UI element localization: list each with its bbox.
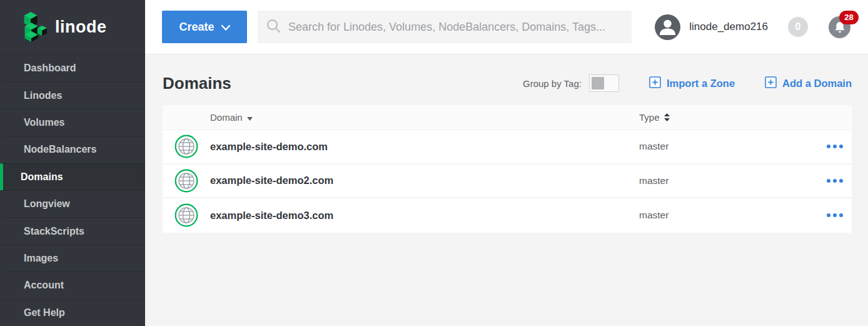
sidebar-item-label: Longview bbox=[24, 198, 70, 210]
table-header-row: Domain Type bbox=[163, 105, 852, 130]
search-bar[interactable] bbox=[258, 11, 632, 43]
row-actions-menu-button[interactable] bbox=[814, 213, 852, 217]
create-button[interactable]: Create bbox=[162, 11, 247, 43]
sidebar-item[interactable]: Get Help bbox=[0, 299, 145, 326]
main-column: Create linode_demo216 0 bbox=[145, 0, 868, 326]
sidebar-nav: Dashboard Linodes Volumes NodeBalancers … bbox=[0, 54, 145, 326]
sidebar-item[interactable]: StackScripts bbox=[0, 217, 145, 244]
sidebar-item-label: Linodes bbox=[24, 90, 62, 101]
sidebar-item-label: Domains bbox=[21, 171, 63, 183]
sidebar-item-label: Images bbox=[24, 253, 58, 264]
sidebar: linode Dashboard Linodes Volumes NodeBal… bbox=[0, 0, 145, 326]
domain-type: master bbox=[639, 141, 814, 152]
group-by-tag-label: Group by Tag: bbox=[523, 78, 582, 89]
chevron-down-icon bbox=[221, 21, 230, 34]
toggle-knob bbox=[592, 77, 604, 89]
sidebar-item[interactable]: Volumes bbox=[0, 109, 145, 136]
globe-icon bbox=[163, 135, 210, 158]
globe-icon bbox=[163, 169, 210, 193]
linode-cube-icon bbox=[19, 11, 48, 44]
sidebar-item-label: Dashboard bbox=[24, 63, 76, 74]
top-bar: Create linode_demo216 0 bbox=[145, 0, 868, 54]
domain-type: master bbox=[639, 210, 814, 221]
plus-square-icon bbox=[765, 76, 777, 91]
notification-count-badge: 28 bbox=[839, 11, 859, 24]
sidebar-item-label: StackScripts bbox=[24, 226, 84, 237]
sidebar-item[interactable]: NodeBalancers bbox=[0, 136, 145, 163]
page-header: Domains Group by Tag: Import a Zone bbox=[163, 69, 852, 97]
import-zone-link[interactable]: Import a Zone bbox=[649, 76, 735, 91]
sidebar-item[interactable]: Longview bbox=[0, 190, 145, 217]
linode-logo-text: linode bbox=[55, 18, 107, 37]
import-zone-label: Import a Zone bbox=[667, 78, 735, 89]
linode-logo[interactable]: linode bbox=[0, 0, 145, 54]
sidebar-item[interactable]: Linodes bbox=[0, 81, 145, 108]
user-icon bbox=[655, 14, 680, 40]
page-title: Domains bbox=[163, 74, 231, 93]
username[interactable]: linode_demo216 bbox=[689, 21, 768, 33]
sidebar-item-label: NodeBalancers bbox=[24, 144, 97, 155]
domain-link[interactable]: example-site-demo3.com bbox=[210, 210, 639, 222]
group-by-tag-toggle[interactable] bbox=[589, 74, 619, 92]
notifications-button[interactable]: 28 bbox=[829, 16, 850, 38]
domain-link[interactable]: example-site-demo.com bbox=[210, 141, 639, 153]
domain-column-label: Domain bbox=[210, 112, 243, 123]
create-button-label: Create bbox=[179, 21, 214, 34]
globe-icon bbox=[163, 203, 210, 227]
sidebar-item[interactable]: Domains bbox=[0, 163, 145, 190]
table-body: example-site-demo.com master bbox=[163, 130, 852, 233]
add-domain-link[interactable]: Add a Domain bbox=[765, 76, 852, 91]
sidebar-item-label: Account bbox=[24, 280, 64, 291]
search-input[interactable] bbox=[288, 21, 623, 34]
add-domain-label: Add a Domain bbox=[782, 78, 852, 89]
column-header-domain[interactable]: Domain bbox=[210, 112, 639, 123]
sidebar-item-label: Get Help bbox=[24, 307, 65, 318]
user-area: linode_demo216 0 28 bbox=[655, 14, 850, 40]
column-header-type[interactable]: Type bbox=[639, 112, 814, 123]
table-row: example-site-demo.com master bbox=[163, 130, 852, 165]
type-column-label: Type bbox=[639, 112, 660, 123]
content-area: Domains Group by Tag: Import a Zone bbox=[145, 54, 868, 326]
sort-both-icon bbox=[664, 113, 670, 121]
sidebar-item[interactable]: Account bbox=[0, 272, 145, 298]
domain-type: master bbox=[639, 175, 814, 186]
status-count-badge[interactable]: 0 bbox=[788, 17, 808, 37]
row-actions-menu-button[interactable] bbox=[814, 179, 852, 183]
page-actions: Group by Tag: Import a Zone Add a Domain bbox=[523, 74, 852, 92]
sidebar-item-label: Volumes bbox=[24, 117, 65, 128]
search-icon bbox=[266, 19, 281, 36]
domain-link[interactable]: example-site-demo2.com bbox=[210, 175, 639, 186]
plus-square-icon bbox=[649, 76, 661, 91]
table-row: example-site-demo2.com master bbox=[163, 165, 852, 199]
sidebar-item[interactable]: Dashboard bbox=[0, 54, 145, 81]
sidebar-item[interactable]: Images bbox=[0, 245, 145, 272]
avatar[interactable] bbox=[655, 14, 680, 40]
row-actions-menu-button[interactable] bbox=[814, 145, 852, 148]
domains-table: Domain Type bbox=[163, 105, 852, 233]
sort-desc-icon bbox=[247, 112, 253, 123]
table-row: example-site-demo3.com master bbox=[163, 198, 852, 233]
